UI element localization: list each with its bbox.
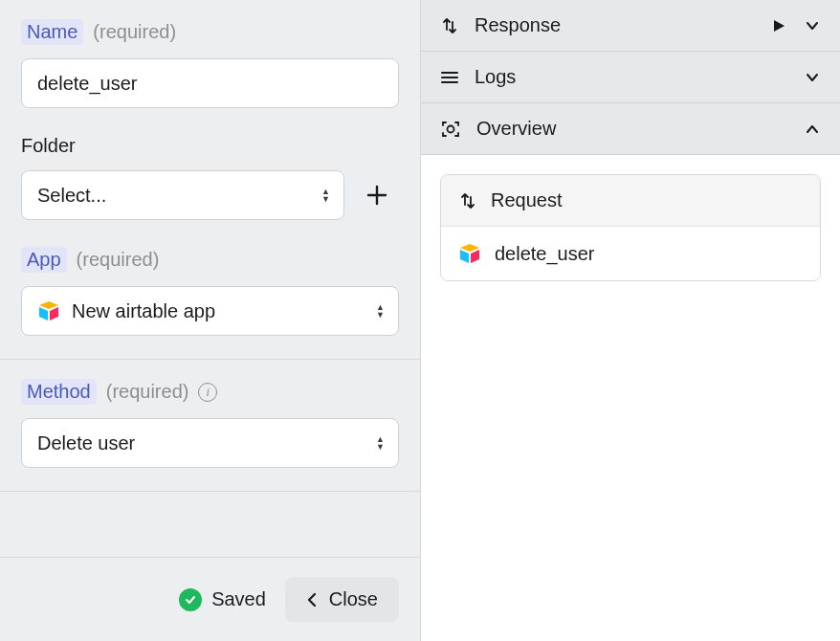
name-label: Name [21,19,83,45]
method-label-row: Method (required) i [21,379,399,405]
overview-title: Overview [476,118,788,140]
svg-marker-6 [460,250,469,263]
svg-marker-3 [774,20,785,32]
svg-marker-0 [39,301,58,309]
logs-title: Logs [475,66,788,88]
close-label: Close [329,588,378,610]
svg-marker-5 [460,244,479,252]
name-group: Name (required) [0,0,420,116]
folder-select-value: Select... [37,185,106,207]
overview-actions [804,121,821,138]
saved-text: Saved [211,588,266,610]
airtable-icon [458,242,481,265]
request-card-header[interactable]: Request [441,175,820,227]
updown-icon: ▲▼ [321,188,330,203]
logs-section-header[interactable]: Logs [421,52,840,103]
scan-icon [440,119,461,140]
request-item-text: delete_user [495,243,595,265]
transfer-icon [440,16,459,35]
response-actions [771,17,821,34]
response-section-header[interactable]: Response [421,0,840,52]
chevron-down-icon[interactable] [804,17,821,34]
plus-icon [366,185,387,206]
form-panel: Name (required) Folder Select... ▲▼ App [0,0,421,641]
app-required: (required) [77,249,160,271]
folder-label: Folder [21,135,76,157]
svg-marker-1 [39,307,48,320]
close-button[interactable]: Close [285,577,399,622]
request-header-text: Request [491,189,563,211]
app-select-value: New airtable app [72,300,215,322]
check-icon [179,588,202,611]
app-label-row: App (required) [21,247,399,273]
method-required: (required) [106,381,189,403]
play-icon[interactable] [771,18,786,33]
airtable-icon [37,299,60,322]
updown-icon: ▲▼ [376,435,385,451]
detail-panel: Response Logs [421,0,840,641]
folder-group: Folder Select... ▲▼ [0,116,420,228]
svg-marker-7 [471,250,479,263]
folder-select-row: Select... ▲▼ [21,170,399,220]
folder-label-row: Folder [21,135,399,157]
name-input[interactable] [21,58,399,108]
folder-select[interactable]: Select... ▲▼ [21,170,344,220]
app-label: App [21,247,67,273]
request-card: Request delete_user [440,174,821,281]
chevron-up-icon[interactable] [804,121,821,138]
method-select[interactable]: Delete user ▲▼ [21,418,399,468]
saved-badge: Saved [179,588,266,611]
method-label: Method [21,379,97,405]
logs-actions [804,69,821,86]
app-select[interactable]: New airtable app ▲▼ [21,286,399,336]
transfer-icon [458,191,477,210]
info-icon[interactable]: i [198,383,217,402]
request-item-row[interactable]: delete_user [441,227,820,280]
method-group: Method (required) i Delete user ▲▼ [0,360,420,492]
overview-section-header[interactable]: Overview [421,103,840,155]
menu-icon [440,68,459,87]
svg-point-4 [448,125,454,132]
name-label-row: Name (required) [21,19,399,45]
name-required: (required) [93,21,176,43]
updown-icon: ▲▼ [376,303,385,319]
chevron-down-icon[interactable] [804,69,821,86]
overview-body: Request delete_user [421,155,840,300]
form-footer: Saved Close [0,557,420,641]
chevron-left-icon [306,591,318,608]
response-title: Response [475,14,756,36]
add-folder-button[interactable] [358,176,396,214]
app-group: App (required) New airtable app ▲▼ [0,228,420,360]
svg-marker-2 [50,307,58,320]
method-select-value: Delete user [37,432,135,454]
